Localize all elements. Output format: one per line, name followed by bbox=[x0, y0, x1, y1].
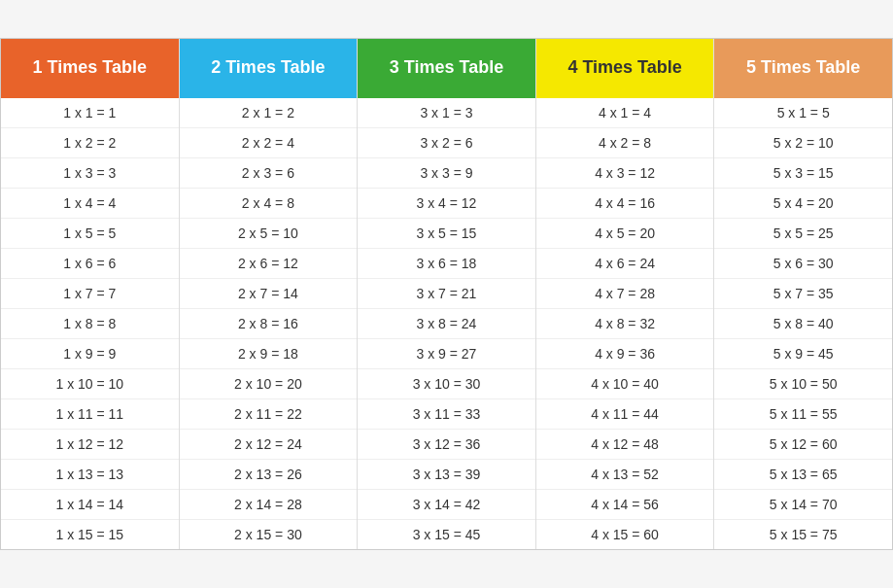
table-row: 4 x 14 = 56 bbox=[536, 490, 714, 520]
table-row: 1 x 5 = 5 bbox=[1, 219, 179, 249]
table-row: 2 x 6 = 12 bbox=[180, 249, 358, 279]
table-row: 1 x 7 = 7 bbox=[1, 279, 179, 309]
column-1-header: 1 Times Table bbox=[1, 39, 179, 95]
table-row: 1 x 14 = 14 bbox=[1, 490, 179, 520]
table-row: 3 x 8 = 24 bbox=[358, 309, 535, 339]
table-row: 5 x 6 = 30 bbox=[714, 249, 892, 279]
table-row: 4 x 12 = 48 bbox=[536, 430, 714, 460]
table-row: 4 x 9 = 36 bbox=[536, 339, 714, 369]
table-row: 1 x 6 = 6 bbox=[1, 249, 179, 279]
table-row: 5 x 11 = 55 bbox=[714, 399, 892, 430]
table-row: 3 x 3 = 9 bbox=[358, 158, 535, 189]
table-row: 5 x 9 = 45 bbox=[714, 339, 892, 369]
column-1: 1 Times Table1 x 1 = 11 x 2 = 21 x 3 = 3… bbox=[1, 39, 180, 549]
table-row: 5 x 13 = 65 bbox=[714, 460, 892, 490]
table-row: 2 x 4 = 8 bbox=[180, 189, 358, 219]
table-row: 4 x 8 = 32 bbox=[536, 309, 714, 339]
table-row: 5 x 7 = 35 bbox=[714, 279, 892, 309]
table-row: 2 x 10 = 20 bbox=[180, 369, 358, 399]
table-row: 2 x 11 = 22 bbox=[180, 399, 358, 430]
table-row: 2 x 15 = 30 bbox=[180, 520, 358, 549]
table-row: 1 x 2 = 2 bbox=[1, 128, 179, 158]
table-row: 4 x 15 = 60 bbox=[536, 520, 714, 549]
table-row: 5 x 8 = 40 bbox=[714, 309, 892, 339]
table-row: 3 x 7 = 21 bbox=[358, 279, 535, 309]
table-row: 5 x 2 = 10 bbox=[714, 128, 892, 158]
table-row: 5 x 1 = 5 bbox=[714, 98, 892, 128]
table-row: 1 x 13 = 13 bbox=[1, 460, 179, 490]
table-row: 4 x 3 = 12 bbox=[536, 158, 714, 189]
table-row: 3 x 12 = 36 bbox=[358, 430, 535, 460]
table-row: 1 x 15 = 15 bbox=[1, 520, 179, 549]
table-row: 1 x 3 = 3 bbox=[1, 158, 179, 189]
column-5-header: 5 Times Table bbox=[714, 39, 892, 95]
table-row: 5 x 14 = 70 bbox=[714, 490, 892, 520]
table-row: 3 x 4 = 12 bbox=[358, 189, 535, 219]
table-row: 3 x 6 = 18 bbox=[358, 249, 535, 279]
table-row: 1 x 8 = 8 bbox=[1, 309, 179, 339]
column-2-header: 2 Times Table bbox=[180, 39, 358, 95]
column-5: 5 Times Table5 x 1 = 55 x 2 = 105 x 3 = … bbox=[714, 39, 892, 549]
table-row: 4 x 7 = 28 bbox=[536, 279, 714, 309]
column-2-body: 2 x 1 = 22 x 2 = 42 x 3 = 62 x 4 = 82 x … bbox=[180, 95, 358, 549]
column-4-body: 4 x 1 = 44 x 2 = 84 x 3 = 124 x 4 = 164 … bbox=[536, 95, 714, 549]
table-row: 4 x 11 = 44 bbox=[536, 399, 714, 430]
table-row: 4 x 13 = 52 bbox=[536, 460, 714, 490]
table-row: 3 x 5 = 15 bbox=[358, 219, 535, 249]
table-row: 5 x 5 = 25 bbox=[714, 219, 892, 249]
table-row: 4 x 6 = 24 bbox=[536, 249, 714, 279]
table-row: 1 x 1 = 1 bbox=[1, 98, 179, 128]
table-row: 5 x 3 = 15 bbox=[714, 158, 892, 189]
table-row: 2 x 1 = 2 bbox=[180, 98, 358, 128]
table-row: 3 x 15 = 45 bbox=[358, 520, 535, 549]
table-row: 3 x 10 = 30 bbox=[358, 369, 535, 399]
table-row: 5 x 12 = 60 bbox=[714, 430, 892, 460]
table-row: 3 x 13 = 39 bbox=[358, 460, 535, 490]
table-row: 4 x 10 = 40 bbox=[536, 369, 714, 399]
column-4-header: 4 Times Table bbox=[536, 39, 714, 95]
table-row: 2 x 3 = 6 bbox=[180, 158, 358, 189]
table-row: 1 x 12 = 12 bbox=[1, 430, 179, 460]
table-row: 4 x 2 = 8 bbox=[536, 128, 714, 158]
table-row: 2 x 7 = 14 bbox=[180, 279, 358, 309]
table-row: 2 x 8 = 16 bbox=[180, 309, 358, 339]
column-1-body: 1 x 1 = 11 x 2 = 21 x 3 = 31 x 4 = 41 x … bbox=[1, 95, 179, 549]
column-2: 2 Times Table2 x 1 = 22 x 2 = 42 x 3 = 6… bbox=[180, 39, 359, 549]
times-table-container: 1 Times Table1 x 1 = 11 x 2 = 21 x 3 = 3… bbox=[0, 38, 893, 550]
table-row: 4 x 5 = 20 bbox=[536, 219, 714, 249]
column-3: 3 Times Table3 x 1 = 33 x 2 = 63 x 3 = 9… bbox=[358, 39, 536, 549]
table-row: 2 x 2 = 4 bbox=[180, 128, 358, 158]
column-3-header: 3 Times Table bbox=[358, 39, 535, 95]
table-row: 5 x 10 = 50 bbox=[714, 369, 892, 399]
table-row: 3 x 2 = 6 bbox=[358, 128, 535, 158]
table-row: 3 x 11 = 33 bbox=[358, 399, 535, 430]
table-row: 1 x 4 = 4 bbox=[1, 189, 179, 219]
table-row: 5 x 4 = 20 bbox=[714, 189, 892, 219]
table-row: 1 x 9 = 9 bbox=[1, 339, 179, 369]
table-row: 4 x 4 = 16 bbox=[536, 189, 714, 219]
table-row: 2 x 12 = 24 bbox=[180, 430, 358, 460]
table-row: 3 x 14 = 42 bbox=[358, 490, 535, 520]
column-4: 4 Times Table4 x 1 = 44 x 2 = 84 x 3 = 1… bbox=[536, 39, 715, 549]
table-row: 3 x 9 = 27 bbox=[358, 339, 535, 369]
table-row: 4 x 1 = 4 bbox=[536, 98, 714, 128]
table-row: 3 x 1 = 3 bbox=[358, 98, 535, 128]
column-3-body: 3 x 1 = 33 x 2 = 63 x 3 = 93 x 4 = 123 x… bbox=[358, 95, 535, 549]
table-row: 1 x 11 = 11 bbox=[1, 399, 179, 430]
table-row: 2 x 14 = 28 bbox=[180, 490, 358, 520]
table-row: 5 x 15 = 75 bbox=[714, 520, 892, 549]
table-row: 2 x 13 = 26 bbox=[180, 460, 358, 490]
table-row: 2 x 9 = 18 bbox=[180, 339, 358, 369]
table-row: 1 x 10 = 10 bbox=[1, 369, 179, 399]
table-row: 2 x 5 = 10 bbox=[180, 219, 358, 249]
column-5-body: 5 x 1 = 55 x 2 = 105 x 3 = 155 x 4 = 205… bbox=[714, 95, 892, 549]
